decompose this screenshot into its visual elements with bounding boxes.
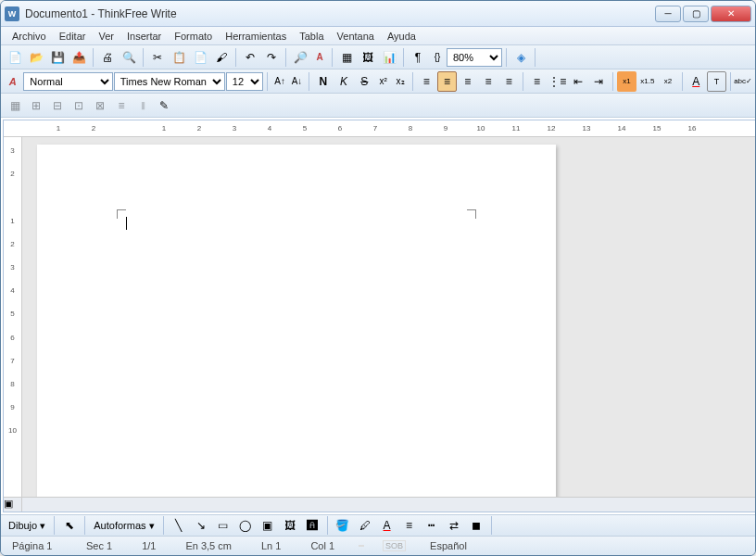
decrease-indent-icon[interactable]: ⇤ [568,71,587,92]
status-mode1[interactable] [359,545,364,547]
table-icon[interactable]: ▦ [336,47,357,68]
draw-menu[interactable]: Dibujo ▾ [5,520,49,532]
style-select[interactable]: Normal [23,72,112,91]
line-icon[interactable]: ╲ [169,515,189,536]
arrow-icon[interactable]: ↘ [191,515,211,536]
field-codes-icon[interactable]: {} [429,47,446,68]
insert-row-icon[interactable]: ⊡ [69,95,89,116]
rectangle-icon[interactable]: ▭ [213,515,233,536]
font-select[interactable]: Times New Roman [114,72,225,91]
maximize-button[interactable]: ▢ [683,6,709,22]
help-icon[interactable]: ◈ [510,47,531,68]
export-icon[interactable]: 📤 [69,47,89,68]
subscript-icon[interactable]: x₂ [392,71,408,92]
line-spacing-2-icon[interactable]: x2 [658,71,677,92]
align-right-icon[interactable]: ≡ [458,71,477,92]
shrink-font-icon[interactable]: A↓ [289,71,305,92]
preview-icon[interactable]: 🔍 [119,47,139,68]
menu-archivo[interactable]: Archivo [6,29,52,44]
statusbar: Página 1 Sec 1 1/1 En 3,5 cm Ln 1 Col 1 … [1,537,755,555]
increase-indent-icon[interactable]: ⇥ [589,71,609,92]
undo-icon[interactable]: ↶ [240,47,260,68]
view-mode-tab[interactable]: ▣ [4,498,22,512]
menu-editar[interactable]: Editar [54,29,92,44]
superscript-icon[interactable]: x² [375,71,391,92]
split-cells-icon[interactable]: ⊟ [47,95,68,116]
vertical-ruler[interactable]: 3212345678910 [4,137,22,497]
show-marks-icon[interactable]: ¶ [408,47,428,68]
status-page: Página 1 [6,540,62,551]
distribute-rows-icon[interactable]: ≡ [111,95,132,116]
document-page[interactable] [37,145,556,497]
select-object-icon[interactable]: ⬉ [59,515,80,536]
textbox-icon[interactable]: ▣ [258,515,278,536]
status-overwrite[interactable]: SOB [383,540,406,551]
status-language[interactable]: Español [424,540,472,551]
chart-icon[interactable]: 📊 [379,47,399,68]
menu-insertar[interactable]: Insertar [121,29,167,44]
page-scroll-area[interactable] [22,137,755,497]
align-left-icon[interactable]: ≡ [417,71,436,92]
fill-color-icon[interactable]: 🪣 [333,515,353,536]
close-button[interactable]: ✕ [711,6,751,22]
arrow-style-icon[interactable]: ⇄ [444,515,464,536]
merge-cells-icon[interactable]: ⊞ [26,95,46,116]
window-title: Documento1 - ThinkFree Write [25,7,655,20]
line-color-icon[interactable]: 🖊 [355,515,375,536]
pencil-icon[interactable]: ✎ [154,95,174,116]
font-color-draw-icon[interactable]: A [377,515,397,536]
app-window: W Documento1 - ThinkFree Write ─ ▢ ✕ Arc… [0,0,756,556]
spellcheck-icon[interactable]: abc✓ [735,71,751,92]
align-distribute-icon[interactable]: ≡ [499,71,519,92]
bold-icon[interactable]: N [313,71,333,92]
wordart-icon[interactable]: 🅰 [302,515,322,536]
line-spacing-1-icon[interactable]: x1 [617,71,636,92]
print-icon[interactable]: 🖨 [97,47,118,68]
horizontal-ruler[interactable]: 121234567891011121314151617 [4,120,755,137]
menu-ayuda[interactable]: Ayuda [382,29,422,44]
autoshapes-menu[interactable]: Autoformas ▾ [90,520,158,532]
horizontal-scrollbar[interactable]: ▣ [4,497,755,512]
replace-icon[interactable]: A [311,47,328,68]
line-spacing-15-icon[interactable]: x1.5 [637,71,657,92]
cut-icon[interactable]: ✂ [147,47,168,68]
save-icon[interactable]: 💾 [47,47,68,68]
margin-marker-tl [117,209,126,219]
line-style-icon[interactable]: ≡ [399,515,420,536]
dash-style-icon[interactable]: ┅ [422,515,442,536]
status-page-count: 1/1 [136,540,161,551]
bullet-list-icon[interactable]: ⋮≡ [548,71,567,92]
menu-herramientas[interactable]: Herramientas [220,29,292,44]
size-select[interactable]: 12 [226,72,264,91]
paste-icon[interactable]: 📄 [190,47,210,68]
open-icon[interactable]: 📂 [26,47,46,68]
insert-table-icon[interactable]: ▦ [5,95,25,116]
status-line: Ln 1 [256,540,286,551]
style-icon: A [5,72,20,91]
image-icon[interactable]: 🖼 [358,47,378,68]
numbered-list-icon[interactable]: ≡ [527,71,547,92]
oval-icon[interactable]: ◯ [235,515,256,536]
menu-ver[interactable]: Ver [93,29,120,44]
find-icon[interactable]: 🔎 [290,47,310,68]
distribute-cols-icon[interactable]: ⦀ [132,95,153,116]
strike-icon[interactable]: S [355,71,374,92]
format-painter-icon[interactable]: 🖌 [211,47,232,68]
font-color-icon[interactable]: A [687,71,706,92]
menu-ventana[interactable]: Ventana [332,29,380,44]
menu-tabla[interactable]: Tabla [294,29,329,44]
copy-icon[interactable]: 📋 [169,47,189,68]
new-icon[interactable]: 📄 [5,47,25,68]
grow-font-icon[interactable]: A↑ [271,71,287,92]
align-justify-icon[interactable]: ≡ [478,71,498,92]
char-border-icon[interactable]: T [707,71,726,92]
align-center-icon[interactable]: ≡ [437,71,457,92]
insert-image-icon[interactable]: 🖼 [280,515,300,536]
redo-icon[interactable]: ↷ [261,47,282,68]
delete-row-icon[interactable]: ⊠ [90,95,110,116]
italic-icon[interactable]: K [334,71,353,92]
minimize-button[interactable]: ─ [655,6,681,22]
shadow-icon[interactable]: ◼ [466,515,486,536]
zoom-select[interactable]: 80% [447,48,502,67]
menu-formato[interactable]: Formato [169,29,218,44]
